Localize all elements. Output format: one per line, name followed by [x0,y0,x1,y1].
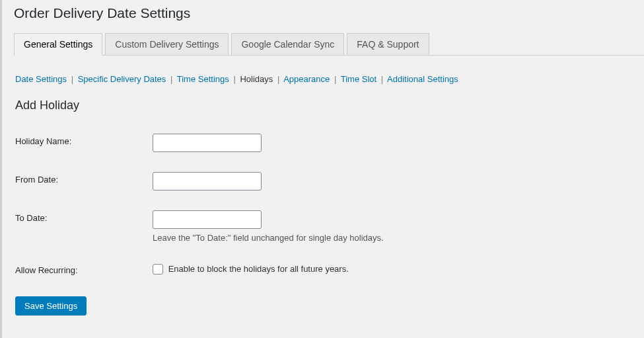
label-to-date: To Date: [15,190,153,243]
subtab-additional-settings[interactable]: Additional Settings [387,74,458,84]
row-from-date: From Date: [15,152,384,190]
separator: | [69,74,75,84]
save-settings-button[interactable]: Save Settings [15,296,87,316]
holiday-name-input[interactable] [153,134,262,152]
row-holiday-name: Holiday Name: [15,114,384,152]
to-date-description: Leave the "To Date:" field unchanged for… [153,233,384,243]
label-holiday-name: Holiday Name: [15,114,153,152]
separator: | [231,74,237,84]
subtab-appearance[interactable]: Appearance [283,74,330,84]
separator: | [379,74,385,84]
main-tabs: General Settings Custom Delivery Setting… [14,33,644,56]
tab-google-calendar-sync[interactable]: Google Calendar Sync [231,33,344,56]
separator: | [275,74,281,84]
sub-tabs: Date Settings | Specific Delivery Dates … [15,74,644,84]
form-table: Holiday Name: From Date: To Date: Leave … [15,114,384,275]
subtab-time-settings[interactable]: Time Settings [177,74,229,84]
allow-recurring-checkbox[interactable] [153,264,163,275]
to-date-input[interactable] [153,210,262,229]
subtab-specific-delivery-dates[interactable]: Specific Delivery Dates [78,74,166,84]
separator: | [168,74,174,84]
row-to-date: To Date: Leave the "To Date:" field unch… [15,190,384,243]
page-title: Order Delivery Date Settings [2,0,644,21]
label-from-date: From Date: [15,152,153,190]
allow-recurring-description: Enable to block the holidays for all fut… [168,264,349,274]
section-title-add-holiday: Add Holiday [15,99,644,112]
tab-custom-delivery-settings[interactable]: Custom Delivery Settings [105,33,229,56]
subtab-holidays[interactable]: Holidays [240,74,273,84]
tab-general-settings[interactable]: General Settings [14,33,102,56]
from-date-input[interactable] [153,172,262,190]
separator: | [332,74,338,84]
subtab-time-slot[interactable]: Time Slot [341,74,376,84]
row-allow-recurring: Allow Recurring: Enable to block the hol… [15,243,384,275]
subtab-date-settings[interactable]: Date Settings [15,74,67,84]
label-allow-recurring: Allow Recurring: [15,243,153,275]
tab-faq-support[interactable]: FAQ & Support [347,33,429,56]
